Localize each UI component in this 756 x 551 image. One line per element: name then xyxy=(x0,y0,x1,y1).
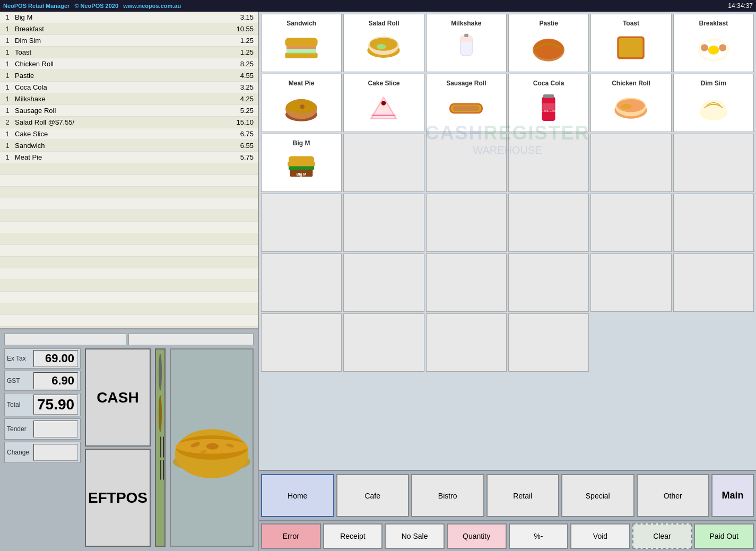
order-row[interactable]: 1 Cake Slice 6.75 xyxy=(0,128,258,140)
order-row[interactable]: 1 Sandwich 6.55 xyxy=(0,140,258,152)
svg-rect-41 xyxy=(542,103,554,110)
change-label: Change xyxy=(7,449,33,456)
category-other[interactable]: Other xyxy=(637,474,710,517)
order-row[interactable]: 1 Milkshake 4.25 xyxy=(0,93,258,105)
error-button[interactable]: Error xyxy=(261,523,321,549)
order-row[interactable] xyxy=(0,222,258,233)
product-image-area xyxy=(362,29,405,66)
category-special[interactable]: Special xyxy=(561,474,635,517)
order-qty: 1 xyxy=(2,142,13,150)
category-cafe[interactable]: Cafe xyxy=(336,474,410,517)
product-cell-pastie[interactable]: Pastie xyxy=(508,14,589,72)
product-cell-cake-slice[interactable]: Cake Slice xyxy=(343,74,424,132)
product-name: Sandwich xyxy=(286,20,316,27)
coin-10c[interactable]: 10 xyxy=(159,354,162,391)
change-input xyxy=(33,444,78,461)
product-cell-sausage-roll[interactable]: Sausage Roll xyxy=(426,74,507,132)
bill-10[interactable]: $10 xyxy=(163,436,164,458)
tender-input[interactable] xyxy=(33,421,78,438)
app-name: NeoPOS Retail Manager xyxy=(3,3,69,9)
category-retail[interactable]: Retail xyxy=(486,474,560,517)
product-cell-salad-roll[interactable]: Salad Roll xyxy=(343,14,424,72)
paid-out-button[interactable]: Paid Out xyxy=(694,523,754,549)
product-cell-toast[interactable]: Toast xyxy=(590,14,671,72)
void-button[interactable]: Void xyxy=(570,523,630,549)
receipt-button[interactable]: Receipt xyxy=(323,523,383,549)
svg-point-27 xyxy=(719,44,726,51)
product-name: Sausage Roll xyxy=(446,80,486,87)
product-cell-chicken-roll[interactable]: Chicken Roll xyxy=(590,74,671,132)
order-qty: 1 xyxy=(2,25,13,33)
order-row[interactable]: 1 Pastie 4.55 xyxy=(0,70,258,82)
bill-5[interactable]: $5 xyxy=(160,436,161,458)
bill-10b[interactable] xyxy=(163,460,164,480)
order-row[interactable]: 1 Coca Cola 3.25 xyxy=(0,82,258,93)
order-row[interactable]: 1 Sausage Roll 5.25 xyxy=(0,105,258,117)
order-row[interactable] xyxy=(0,198,258,210)
product-cell-milkshake[interactable]: Milkshake xyxy=(426,14,507,72)
order-price: 4.55 xyxy=(224,72,256,80)
clock: 14:34:37 xyxy=(728,2,753,10)
product-name: Cake Slice xyxy=(368,80,399,87)
order-row[interactable] xyxy=(0,233,258,245)
gst-value: 6.90 xyxy=(33,372,78,389)
order-qty: 1 xyxy=(2,130,13,138)
product-cell-dim-sim[interactable]: Dim Sim xyxy=(673,74,754,132)
grid-container: CASHREGISTER WAREHOUSE Sandwich Salad Ro… xyxy=(261,14,754,372)
eftpos-button[interactable]: EFTPOS xyxy=(85,449,151,547)
bill-5b[interactable] xyxy=(160,460,161,480)
product-cell-breakfast[interactable]: Breakfast xyxy=(673,14,754,72)
main-display-button[interactable]: Main xyxy=(711,474,754,517)
product-image-area xyxy=(527,29,570,66)
product-cell-coca-cola[interactable]: Coca Cola Coca-Cola xyxy=(508,74,589,132)
order-row[interactable]: 2 Salad Roll @$7.55/ 15.10 xyxy=(0,117,258,128)
product-cell-empty xyxy=(343,134,424,192)
category-home[interactable]: Home xyxy=(261,474,334,517)
svg-point-15 xyxy=(377,43,386,49)
order-row[interactable] xyxy=(0,245,258,257)
progress-bar-row xyxy=(4,334,254,345)
order-row[interactable] xyxy=(0,292,258,303)
total-label: Total xyxy=(7,401,33,408)
order-row[interactable] xyxy=(0,268,258,280)
order-row[interactable] xyxy=(0,187,258,198)
order-row[interactable] xyxy=(0,257,258,268)
product-grid: Sandwich Salad Roll Milkshake xyxy=(261,14,754,372)
order-row[interactable] xyxy=(0,315,258,327)
product-cell-empty xyxy=(426,253,507,312)
totals-panel: Ex Tax 69.00 GST 6.90 Total 75.90 Tender xyxy=(4,348,81,547)
order-row[interactable] xyxy=(0,210,258,222)
coin-1dollar[interactable]: $1 xyxy=(159,395,162,432)
order-row[interactable]: 1 Meat Pie 5.75 xyxy=(0,152,258,163)
order-row[interactable]: 1 Toast 1.25 xyxy=(0,47,258,58)
order-qty: 1 xyxy=(2,72,13,80)
svg-text:Coca-Cola: Coca-Cola xyxy=(541,109,556,112)
order-row[interactable]: 1 Breakfast 10.55 xyxy=(0,23,258,35)
gst-label: GST xyxy=(7,377,33,384)
order-row[interactable]: 1 Big M 3.15 xyxy=(0,12,258,23)
percent-button[interactable]: %- xyxy=(509,523,569,549)
product-image-area xyxy=(610,89,652,126)
cash-button[interactable]: CASH xyxy=(85,348,151,447)
no-sale-button[interactable]: No Sale xyxy=(385,523,445,549)
order-row[interactable]: 1 Chicken Roll 8.25 xyxy=(0,58,258,70)
order-row[interactable]: 1 Dim Sim 1.25 xyxy=(0,35,258,47)
svg-rect-38 xyxy=(453,106,480,111)
category-bistro[interactable]: Bistro xyxy=(411,474,484,517)
clear-button[interactable]: Clear xyxy=(632,523,692,549)
payment-area: Ex Tax 69.00 GST 6.90 Total 75.90 Tender xyxy=(0,328,258,551)
order-row[interactable] xyxy=(0,303,258,315)
order-name: Dim Sim xyxy=(13,37,224,45)
quantity-button[interactable]: Quantity xyxy=(447,523,507,549)
order-row[interactable] xyxy=(0,280,258,292)
product-cell-empty xyxy=(261,194,342,252)
order-row[interactable] xyxy=(0,163,258,175)
product-cell-meat-pie[interactable]: Meat Pie xyxy=(261,74,342,132)
product-cell-big-m[interactable]: Big M Big M xyxy=(261,134,342,192)
product-image-panel xyxy=(170,348,254,547)
order-price: 8.25 xyxy=(224,60,256,68)
order-row[interactable] xyxy=(0,175,258,187)
product-cell-sandwich[interactable]: Sandwich xyxy=(261,14,342,72)
svg-rect-52 xyxy=(289,156,314,164)
order-qty: 2 xyxy=(2,118,13,126)
